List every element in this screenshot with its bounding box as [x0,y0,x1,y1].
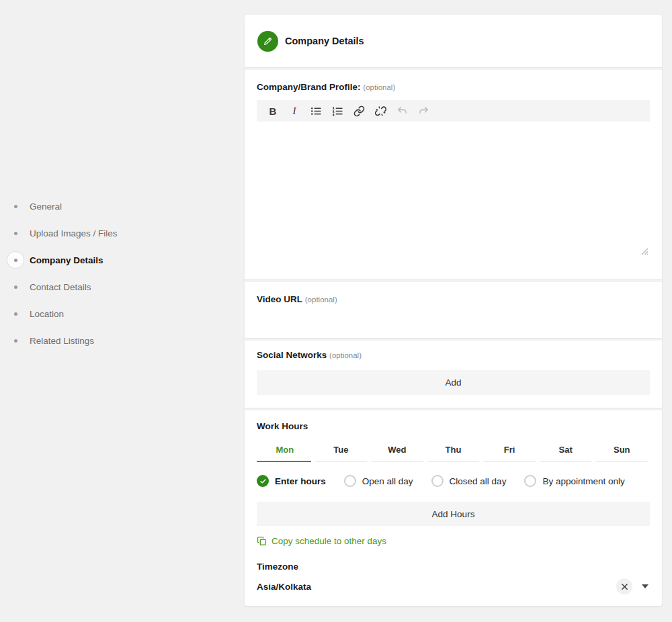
tab-sat[interactable]: Sat [538,445,594,462]
editor-toolbar: B I [257,100,650,122]
work-hours-label: Work Hours [257,421,650,431]
radio-icon [344,475,356,487]
tab-thu[interactable]: Thu [425,445,482,462]
video-url-input[interactable] [257,308,650,328]
tab-tue[interactable]: Tue [313,445,370,462]
radio-checked-icon [257,475,269,487]
rich-text-editor: B I [257,100,650,262]
optional-hint: (optional) [329,351,362,359]
clear-timezone-button[interactable] [616,578,632,594]
timezone-select[interactable]: Asia/Kolkata [257,579,650,594]
tab-sun[interactable]: Sun [593,445,650,462]
link-button[interactable] [349,102,368,120]
radio-icon [524,475,536,487]
company-details-panel: Company Details Company/Brand Profile: (… [245,15,662,606]
social-networks-section: Social Networks (optional) Add [245,341,662,408]
video-url-section: Video URL (optional) [245,282,662,338]
optional-hint: (optional) [363,83,395,91]
resize-handle-icon[interactable] [641,246,648,258]
undo-button[interactable] [392,102,411,120]
tab-mon[interactable]: Mon [257,445,313,462]
sidebar-item-label: General [30,202,62,212]
radio-closed-all-day[interactable]: Closed all day [431,475,507,487]
panel-header: Company Details [245,15,662,67]
radio-enter-hours[interactable]: Enter hours [257,475,326,487]
sidebar-item-label: Company Details [30,255,103,265]
optional-hint: (optional) [305,296,337,304]
social-networks-label: Social Networks (optional) [257,350,650,360]
profile-text-area[interactable] [257,122,650,262]
redo-button[interactable] [414,102,433,120]
company-brand-profile-section: Company/Brand Profile: (optional) B I [245,70,662,279]
unordered-list-button[interactable] [306,102,325,120]
sidebar-item-general[interactable]: General [7,193,228,220]
bullet-icon [7,332,24,349]
page-title: Company Details [285,36,364,46]
hours-mode-options: Enter hours Open all day Closed all day … [257,475,650,487]
copy-icon [257,536,267,546]
unlink-button[interactable] [371,102,390,120]
sidebar-item-label: Contact Details [30,282,91,292]
timezone-label: Timezone [257,562,650,572]
video-url-label: Video URL (optional) [257,294,650,304]
sidebar-item-contact-details[interactable]: Contact Details [7,273,228,300]
close-icon [621,583,628,590]
copy-schedule-label: Copy schedule to other days [271,536,386,546]
sidebar-item-company-details[interactable]: Company Details [7,247,228,273]
add-hours-button[interactable]: Add Hours [257,502,650,526]
day-tabs: Mon Tue Wed Thu Fri Sat Sun [257,445,650,462]
copy-schedule-link[interactable]: Copy schedule to other days [257,536,386,546]
step-sidebar: General Upload Images / Files Company De… [7,193,228,354]
radio-by-appointment-only[interactable]: By appointment only [524,475,624,487]
work-hours-section: Work Hours Mon Tue Wed Thu Fri Sat Sun E… [245,410,662,606]
timezone-value: Asia/Kolkata [257,582,616,592]
page-background: General Upload Images / Files Company De… [0,0,672,622]
bullet-icon [7,197,24,215]
edit-pencil-icon [257,31,278,52]
sidebar-item-upload-images-files[interactable]: Upload Images / Files [7,220,228,247]
radio-open-all-day[interactable]: Open all day [344,475,413,487]
sidebar-item-label: Upload Images / Files [30,228,118,238]
ordered-list-button[interactable] [328,102,347,120]
tab-wed[interactable]: Wed [369,445,425,462]
sidebar-item-related-listings[interactable]: Related Listings [7,327,228,354]
company-brand-profile-label: Company/Brand Profile: (optional) [257,82,650,92]
bullet-icon [7,224,24,242]
sidebar-item-location[interactable]: Location [7,300,228,327]
bullet-icon [7,278,24,296]
tab-fri[interactable]: Fri [481,445,538,462]
sidebar-item-label: Related Listings [30,336,94,346]
italic-button[interactable]: I [285,102,304,120]
chevron-down-icon[interactable] [642,584,648,588]
bullet-icon [7,251,24,269]
radio-icon [431,475,444,487]
sidebar-item-label: Location [30,309,64,319]
bullet-icon [7,305,24,322]
add-social-network-button[interactable]: Add [257,370,650,395]
bold-button[interactable]: B [263,102,282,120]
